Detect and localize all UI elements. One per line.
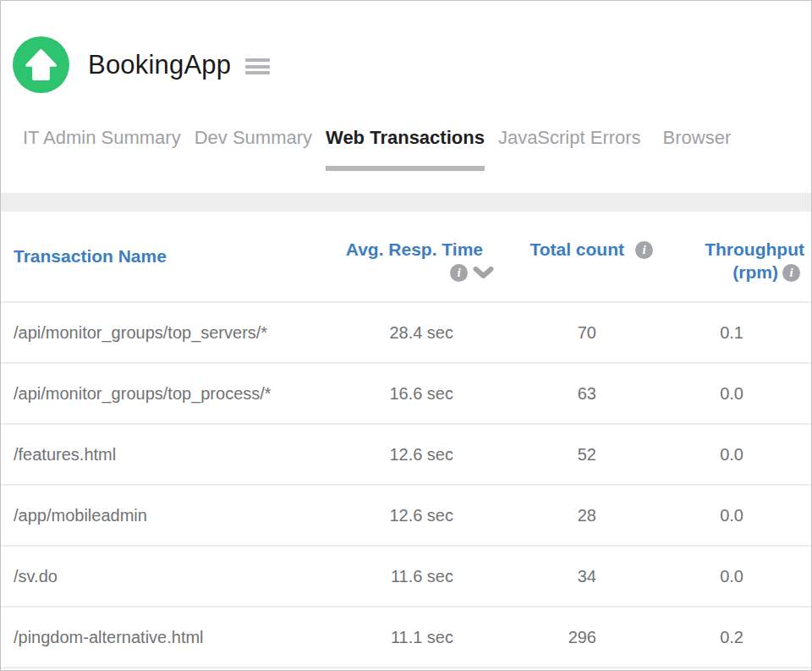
table-row[interactable]: /app/mobileadmin 12.6 sec 28 0.0 <box>1 486 811 547</box>
app-window: BookingApp IT Admin SummaryDev SummaryWe… <box>0 0 812 671</box>
info-icon[interactable]: i <box>450 264 468 282</box>
app-header: BookingApp <box>13 36 811 93</box>
avg-resp-time-cell: 28.4 sec <box>321 323 483 343</box>
transaction-name-cell[interactable]: /pingdom-alternative.html <box>1 628 321 647</box>
menu-icon[interactable] <box>245 58 270 74</box>
avg-resp-time-cell: 12.6 sec <box>321 445 483 465</box>
total-count-cell: 52 <box>483 445 653 465</box>
column-header-avg-resp-time[interactable]: Avg. Resp. Time i <box>321 212 483 301</box>
transaction-name-cell[interactable]: /api/monitor_groups/top_process/* <box>1 384 321 404</box>
column-label: Throughput <box>653 239 804 260</box>
table-row[interactable]: /api/monitor_groups/top_process/* 16.6 s… <box>1 364 811 425</box>
app-status-icon[interactable] <box>13 36 69 93</box>
table-body: /api/monitor_groups/top_servers/* 28.4 s… <box>1 303 811 668</box>
throughput-cell: 0.2 <box>653 628 804 647</box>
table-row[interactable]: /features.html 12.6 sec 52 0.0 <box>1 425 811 486</box>
tab-bar: IT Admin SummaryDev SummaryWeb Transacti… <box>1 113 811 171</box>
throughput-cell: 0.0 <box>653 384 804 404</box>
throughput-cell: 0.0 <box>653 506 804 525</box>
total-count-cell: 70 <box>483 323 653 343</box>
transaction-name-cell[interactable]: /features.html <box>1 445 321 465</box>
table-header-row: Transaction Name Avg. Resp. Time i Total… <box>1 212 811 303</box>
table-row[interactable]: /api/monitor_groups/top_servers/* 28.4 s… <box>1 303 811 364</box>
transactions-table: Transaction Name Avg. Resp. Time i Total… <box>1 212 811 668</box>
page-title: BookingApp <box>88 50 231 80</box>
throughput-header-unit: (rpm) i <box>653 263 804 282</box>
avg-resp-time-cell: 16.6 sec <box>321 384 483 404</box>
throughput-cell: 0.0 <box>653 445 804 465</box>
transaction-name-cell[interactable]: /sv.do <box>1 567 321 586</box>
up-arrow-icon <box>13 36 69 93</box>
column-label: Total count <box>529 239 624 260</box>
info-icon[interactable]: i <box>782 264 800 282</box>
avg-resp-time-header-icons: i <box>321 263 494 282</box>
tab-web-transactions[interactable]: Web Transactions <box>319 113 491 171</box>
throughput-cell: 0.1 <box>653 323 804 343</box>
avg-resp-time-cell: 11.1 sec <box>321 628 483 647</box>
tab-javascript-errors[interactable]: JavaScript Errors <box>491 113 648 171</box>
total-count-cell: 28 <box>483 506 653 525</box>
column-header-transaction-name[interactable]: Transaction Name <box>1 246 321 267</box>
column-header-throughput[interactable]: Throughput (rpm) i <box>653 212 804 301</box>
column-header-total-count[interactable]: Total count i <box>483 212 653 301</box>
column-unit-label: (rpm) <box>732 262 778 283</box>
total-count-cell: 34 <box>483 567 653 586</box>
avg-resp-time-cell: 11.6 sec <box>321 567 483 586</box>
transaction-name-cell[interactable]: /api/monitor_groups/top_servers/* <box>1 323 321 343</box>
transaction-name-cell[interactable]: /app/mobileadmin <box>1 506 321 525</box>
total-count-cell: 296 <box>483 628 653 647</box>
throughput-cell: 0.0 <box>653 567 804 586</box>
info-icon[interactable]: i <box>635 241 653 259</box>
avg-resp-time-cell: 12.6 sec <box>321 506 483 525</box>
section-divider-band <box>1 193 811 212</box>
table-row[interactable]: /pingdom-alternative.html 11.1 sec 296 0… <box>1 608 811 668</box>
table-row[interactable]: /sv.do 11.6 sec 34 0.0 <box>1 547 811 608</box>
total-count-cell: 63 <box>483 384 653 404</box>
tab-browser[interactable]: Browser <box>656 113 738 171</box>
column-label: Avg. Resp. Time <box>321 239 483 260</box>
tab-it-admin-summary[interactable]: IT Admin Summary <box>16 113 188 171</box>
column-label: Transaction Name <box>14 246 167 266</box>
tab-dev-summary[interactable]: Dev Summary <box>188 113 319 171</box>
